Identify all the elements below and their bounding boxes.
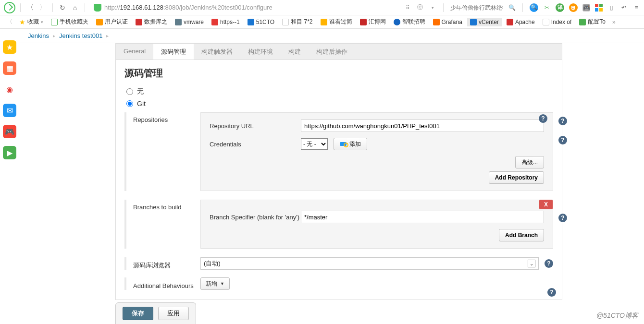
tab-build[interactable]: 构建	[281, 44, 309, 60]
left-rail: ★ ▦ ◉ ✉ 🎮 ▶	[0, 29, 19, 159]
apply-button[interactable]: 应用	[158, 307, 189, 320]
undo-icon[interactable]: ↶	[620, 4, 628, 12]
bookmark-item[interactable]: 51CTO	[245, 18, 277, 26]
chevron-down-icon: ⌄	[528, 260, 535, 267]
rail-video-icon[interactable]: ▶	[3, 146, 16, 159]
jenkins-config: General 源码管理 构建触发器 构建环境 构建 构建后操作 源码管理 无 …	[115, 43, 562, 324]
scm-git-radio[interactable]: Git	[126, 100, 553, 108]
game-icon[interactable]: 🎮	[582, 4, 590, 12]
reload-icon[interactable]: ↻	[58, 3, 67, 12]
branch-spec-input[interactable]	[301, 211, 544, 223]
rail-star-icon[interactable]: ★	[3, 40, 16, 54]
bookmark-item[interactable]: Index of	[540, 18, 575, 26]
credentials-select[interactable]: - 无 -	[301, 138, 328, 150]
url-text: http://192.168.61.128:8080/job/Jenkins%2…	[104, 4, 272, 11]
tab-env[interactable]: 构建环境	[240, 44, 281, 60]
add-credentials-button[interactable]: 添加	[334, 138, 367, 150]
e-icon[interactable]: ⓔ	[416, 4, 424, 12]
bookmark-item[interactable]: https--1	[209, 18, 243, 26]
star-icon: ★	[19, 18, 25, 26]
tab-postbuild[interactable]: 构建后操作	[309, 44, 355, 60]
repositories-block: Repositories Repository URL Credentials …	[124, 112, 553, 191]
forward-icon[interactable]: 〉	[38, 3, 48, 12]
home-icon[interactable]: ⌂	[70, 3, 80, 12]
page-icon	[543, 19, 549, 25]
help-icon[interactable]: ?	[539, 114, 547, 123]
branches-label: Branches to build	[133, 200, 200, 249]
delete-branch-button[interactable]: X	[539, 200, 553, 209]
repositories-label: Repositories	[133, 112, 200, 191]
scm-panel: 源码管理 无 Git Repositories Repository URL	[115, 60, 562, 300]
help-icon[interactable]: ?	[558, 136, 567, 144]
bookmark-item[interactable]: 手机收藏夹	[48, 17, 91, 27]
radio-git[interactable]	[126, 100, 133, 107]
grafana-icon	[433, 19, 440, 25]
tablet-icon[interactable]: ▯	[607, 4, 615, 12]
search-icon[interactable]: 🔍	[508, 4, 516, 12]
rail-game-icon[interactable]: 🎮	[3, 125, 16, 138]
tab-general[interactable]: General	[116, 44, 153, 60]
huawei-icon	[211, 19, 218, 25]
bookmark-item[interactable]: 用户认证	[93, 17, 131, 27]
key-icon	[340, 142, 347, 146]
additional-behaviours-row: Additional Behaviours 新增▼	[124, 277, 553, 290]
bookmark-item[interactable]: vmware	[172, 18, 207, 26]
cto-icon	[248, 19, 254, 25]
rail-news-icon[interactable]: ▦	[3, 61, 16, 75]
bookmark-item[interactable]: 配置To	[576, 17, 608, 27]
ext-search-icon[interactable]: 🔍	[530, 3, 538, 12]
shield-ext-icon[interactable]: ⛨	[569, 3, 578, 12]
advanced-button[interactable]: 高级...	[515, 156, 544, 168]
scissors-icon[interactable]: ✂	[543, 4, 551, 12]
browser-toolbar: 〈 〉 ↻ ⌂ http://192.168.61.128:8080/job/J…	[0, 0, 644, 15]
save-button[interactable]: 保存	[123, 307, 153, 320]
apps-grid-icon[interactable]	[595, 4, 603, 12]
add-behaviour-button[interactable]: 新增▼	[200, 277, 230, 290]
bm-left-chevron-icon[interactable]: 〈	[5, 18, 14, 26]
rail-weibo-icon[interactable]: ◉	[3, 83, 16, 96]
search-input[interactable]	[450, 4, 503, 11]
bookmark-item[interactable]: 智联招聘	[391, 17, 428, 27]
help-icon[interactable]: ?	[558, 117, 567, 125]
caret-down-icon: ▼	[220, 281, 224, 286]
branches-block: Branches to build X Branch Specifier (bl…	[124, 200, 553, 249]
bookmarks-bar: 〈 ★收藏▾ 手机收藏夹 用户认证 数据库之 vmware https--1 5…	[0, 15, 644, 29]
chevron-down-icon[interactable]: ▾	[429, 4, 436, 12]
bookmark-item[interactable]: Grafana	[430, 18, 465, 26]
bookmark-item-vcenter[interactable]: vCenter	[467, 18, 502, 26]
zhilian-icon	[394, 19, 400, 25]
repo-url-label: Repository URL	[210, 122, 301, 130]
tab-triggers[interactable]: 构建触发器	[194, 44, 240, 60]
tab-scm[interactable]: 源码管理	[153, 43, 194, 60]
bookmark-item[interactable]: 数据库之	[133, 17, 170, 27]
breadcrumb-root[interactable]: Jenkins	[28, 32, 49, 39]
help-icon[interactable]: ?	[558, 214, 567, 222]
menu-icon[interactable]: ≡	[632, 4, 640, 12]
bookmark-item[interactable]: Apache	[504, 18, 538, 26]
radio-none[interactable]	[126, 88, 133, 95]
repo-browser-label: 源码库浏览器	[133, 257, 200, 270]
bm-more-icon[interactable]: »	[610, 19, 618, 25]
repo-browser-select[interactable]: (自动) ⌄	[200, 257, 539, 270]
scm-none-radio[interactable]: 无	[126, 87, 553, 96]
bookmark-item[interactable]: 汇博网	[357, 17, 389, 27]
help-icon[interactable]: ?	[547, 288, 556, 297]
back-icon[interactable]: 〈	[25, 3, 35, 12]
rail-mail-icon[interactable]: ✉	[3, 104, 16, 117]
qr-icon[interactable]: ⠿	[404, 4, 411, 12]
translate-icon[interactable]: 译	[556, 3, 564, 12]
bookmark-item[interactable]: 和目 7*2	[279, 17, 315, 27]
favorites-folder[interactable]: ★收藏▾	[16, 17, 46, 27]
add-repository-button[interactable]: Add Repository	[489, 171, 544, 184]
repo-url-input[interactable]	[301, 120, 544, 132]
huibo-icon	[360, 19, 367, 25]
add-branch-button[interactable]: Add Branch	[499, 229, 544, 241]
chevron-right-icon: ▸	[53, 33, 55, 38]
bookmark-item[interactable]: 谁看过简	[318, 17, 355, 27]
breadcrumb-job[interactable]: Jenkins test001	[59, 32, 102, 39]
vcenter-icon	[470, 19, 477, 25]
repo-browser-row: 源码库浏览器 (自动) ⌄ ?	[124, 257, 553, 270]
address-bar[interactable]: http://192.168.61.128:8080/job/Jenkins%2…	[90, 4, 401, 12]
breadcrumb: Jenkins ▸ Jenkins test001 ▸	[19, 29, 644, 43]
help-icon[interactable]: ?	[545, 259, 553, 268]
